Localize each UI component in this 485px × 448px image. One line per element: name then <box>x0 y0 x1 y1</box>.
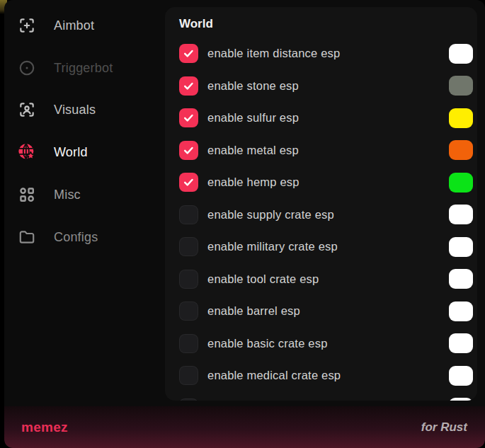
esp-checkbox[interactable] <box>179 398 198 401</box>
triggerbot-circle-icon <box>17 58 37 78</box>
esp-color-swatch[interactable] <box>449 173 473 193</box>
world-globe-icon <box>17 142 37 162</box>
sidebar-item-label: Configs <box>54 230 98 245</box>
footer-bar: memez for Rust <box>4 406 485 448</box>
sidebar-item-triggerbot[interactable]: Triggerbot <box>4 52 165 84</box>
esp-row[interactable]: enable hemp esp <box>179 166 477 199</box>
esp-checkbox[interactable] <box>179 205 198 224</box>
esp-label: enable hemp esp <box>207 176 449 189</box>
esp-checkbox[interactable] <box>179 334 198 353</box>
sidebar-item-label: World <box>54 145 88 160</box>
esp-color-swatch[interactable] <box>449 237 473 257</box>
aimbot-crosshair-icon <box>17 16 37 35</box>
esp-label: enable metal esp <box>207 144 449 157</box>
esp-checkbox[interactable] <box>179 270 198 289</box>
esp-color-swatch[interactable] <box>449 76 473 96</box>
checkmark-icon <box>183 47 195 59</box>
checkmark-icon <box>183 112 195 124</box>
sidebar-item-label: Triggerbot <box>54 61 113 76</box>
esp-checkbox[interactable] <box>179 237 198 256</box>
esp-label: enable sulfur esp <box>207 111 449 125</box>
esp-checkbox[interactable] <box>179 44 198 63</box>
sidebar-item-label: Aimbot <box>54 18 94 33</box>
esp-row[interactable]: enable military crate esp <box>179 231 477 263</box>
sidebar-item-label: Visuals <box>54 103 96 117</box>
sidebar-item-misc[interactable]: Misc <box>4 179 165 210</box>
esp-options-list: enable item distance esp enable stone es… <box>179 38 477 401</box>
checkmark-icon <box>183 176 195 188</box>
cheat-menu-window: Aimbot Triggerbot Visuals <box>4 0 485 448</box>
esp-color-swatch[interactable] <box>449 301 473 321</box>
esp-checkbox[interactable] <box>179 76 198 96</box>
esp-label: enable stone esp <box>207 79 449 93</box>
esp-color-swatch[interactable] <box>449 140 473 160</box>
esp-color-swatch[interactable] <box>449 44 473 64</box>
misc-shapes-icon <box>17 185 37 205</box>
esp-label: enable military crate esp <box>207 240 449 253</box>
sidebar-item-world[interactable]: World <box>4 137 165 168</box>
panel-title: World <box>179 17 477 31</box>
checkmark-icon <box>183 144 195 156</box>
esp-row[interactable]: enable stone esp <box>179 70 477 103</box>
esp-color-swatch[interactable] <box>449 333 473 353</box>
esp-color-swatch[interactable] <box>449 398 473 401</box>
esp-row[interactable]: enable sulfur esp <box>179 102 477 134</box>
sidebar-item-visuals[interactable]: Visuals <box>4 94 165 125</box>
checkmark-icon <box>183 80 195 92</box>
sidebar-item-aimbot[interactable]: Aimbot <box>4 10 165 41</box>
esp-row[interactable]: enable metal esp <box>179 134 477 167</box>
sidebar-item-label: Misc <box>54 188 81 202</box>
esp-row[interactable]: enable barrel esp <box>179 295 477 328</box>
esp-label: enable tool crate esp <box>207 272 449 286</box>
esp-row[interactable]: enable supply crate esp <box>179 199 477 231</box>
esp-row[interactable]: enable medical crate esp <box>179 360 477 392</box>
esp-color-swatch[interactable] <box>449 108 473 128</box>
esp-checkbox[interactable] <box>179 366 198 385</box>
esp-checkbox[interactable] <box>179 108 198 127</box>
esp-color-swatch[interactable] <box>449 205 473 224</box>
esp-label: enable supply crate esp <box>207 208 449 222</box>
world-settings-panel: World enable item distance esp enable st… <box>165 7 477 401</box>
esp-checkbox[interactable] <box>179 173 198 192</box>
sidebar-item-configs[interactable]: Configs <box>4 222 165 253</box>
esp-label: enable item distance esp <box>207 47 449 60</box>
esp-checkbox[interactable] <box>179 141 198 160</box>
esp-color-swatch[interactable] <box>449 366 473 386</box>
visuals-person-scan-icon <box>17 100 37 120</box>
esp-label: enable medical crate esp <box>207 369 449 382</box>
sidebar: Aimbot Triggerbot Visuals <box>4 0 165 407</box>
brand-name: memez <box>21 420 68 435</box>
esp-row[interactable]: enable item distance esp <box>179 38 477 70</box>
esp-label: enable basic crate esp <box>207 337 449 350</box>
esp-color-swatch[interactable] <box>449 269 473 289</box>
esp-label: enable barrel esp <box>207 304 449 318</box>
esp-row[interactable]: enable tool crate esp <box>179 263 477 296</box>
configs-folder-icon <box>17 227 37 247</box>
brand-suffix: for Rust <box>421 420 467 435</box>
esp-checkbox[interactable] <box>179 301 198 321</box>
esp-row[interactable] <box>179 392 477 401</box>
esp-row[interactable]: enable basic crate esp <box>179 328 477 360</box>
